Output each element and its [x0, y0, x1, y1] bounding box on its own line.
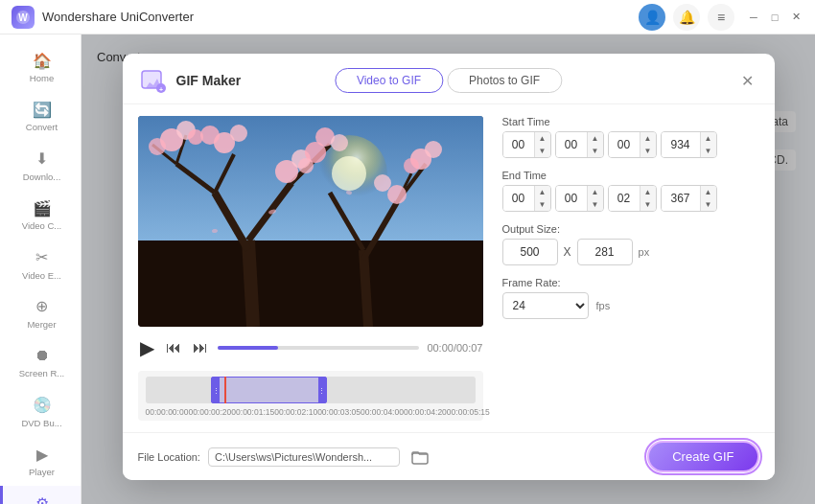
start-mm-up[interactable]: ▲ — [588, 132, 603, 145]
timeline-track[interactable]: ⋮ ⋮ — [146, 377, 476, 403]
start-mm-spinbox: ▲ ▼ — [555, 131, 604, 158]
download-icon: ⬇ — [32, 149, 53, 170]
sidebar-item-player[interactable]: ▶ Player — [0, 436, 81, 485]
toolbox-icon: ⚙ — [32, 493, 53, 504]
svg-point-37 — [298, 158, 314, 173]
start-mm-input[interactable] — [556, 132, 587, 157]
size-inputs: X px — [502, 239, 759, 265]
end-ss-up[interactable]: ▲ — [640, 186, 656, 198]
start-ms-input[interactable] — [662, 132, 700, 157]
sidebar-item-merger[interactable]: ⊕ Merger — [0, 288, 81, 337]
window-controls: ─ □ ✕ — [746, 10, 803, 25]
sidebar-item-video-compress[interactable]: 🎬 Video C... — [0, 190, 81, 239]
ts-6: 00:00:04:20 — [404, 407, 447, 417]
sidebar-item-home[interactable]: 🏠 Home — [0, 42, 81, 91]
sidebar-item-dvd-burn[interactable]: 💿 DVD Bu... — [0, 387, 81, 436]
start-hh-down[interactable]: ▼ — [535, 145, 550, 157]
end-hh-input[interactable] — [503, 186, 534, 211]
menu-icon-btn[interactable]: ≡ — [708, 4, 734, 31]
end-hh-up[interactable]: ▲ — [535, 186, 550, 198]
start-hh-input[interactable] — [503, 132, 534, 157]
play-button[interactable]: ▶ — [138, 334, 156, 361]
frame-rate-label: Frame Rate: — [502, 277, 759, 288]
next-frame-button[interactable]: ⏭ — [191, 337, 210, 358]
svg-line-11 — [248, 241, 253, 327]
end-mm-down[interactable]: ▼ — [588, 198, 603, 211]
width-input[interactable] — [502, 239, 558, 265]
timeline-handle-left[interactable]: ⋮ — [212, 378, 220, 402]
tab-photos-to-gif[interactable]: Photos to GIF — [447, 68, 562, 93]
end-ms-down[interactable]: ▼ — [701, 198, 716, 211]
sidebar-item-video-edit[interactable]: ✂ Video E... — [0, 240, 81, 288]
sidebar-item-player-label: Player — [29, 467, 55, 477]
modal-close-button[interactable]: ✕ — [735, 69, 758, 92]
end-ms-up[interactable]: ▲ — [701, 186, 716, 198]
ts-4: 00:00:03:05 — [317, 407, 361, 417]
merger-icon: ⊕ — [32, 296, 53, 317]
sidebar-item-dvd-label: DVD Bu... — [21, 418, 61, 428]
start-ms-spinbox: ▲ ▼ — [661, 131, 717, 158]
handle-dots-left: ⋮ — [213, 387, 220, 394]
start-ms-down[interactable]: ▼ — [701, 145, 716, 157]
ts-0: 00:00:00:00 — [146, 407, 189, 417]
end-ms-spinbox: ▲ ▼ — [661, 185, 717, 212]
ts-2: 00:00:01:15 — [231, 407, 274, 417]
ts-5: 00:00:04:00 — [361, 407, 404, 417]
prev-frame-button[interactable]: ⏮ — [164, 337, 183, 358]
progress-bar[interactable] — [218, 346, 420, 350]
file-location-input[interactable] — [208, 447, 400, 467]
user-icon-btn[interactable]: 👤 — [639, 4, 665, 31]
titlebar-actions: 👤 🔔 ≡ — [639, 4, 734, 31]
titlebar: W Wondershare UniConverter 👤 🔔 ≡ ─ □ ✕ — [0, 0, 815, 34]
height-input[interactable] — [577, 239, 633, 265]
timeline-handle-right[interactable]: ⋮ — [318, 378, 326, 402]
end-ss-spinbox: ▲ ▼ — [608, 185, 657, 212]
sidebar-item-sr-label: Screen R... — [19, 368, 65, 378]
size-x-label: X — [564, 245, 571, 259]
close-button[interactable]: ✕ — [788, 10, 803, 25]
timeline-selection[interactable]: ⋮ ⋮ — [211, 377, 326, 403]
modal-tabs: Video to GIF Photos to GIF — [335, 68, 562, 93]
content-area: Convert etadata CD. + GIF M — [82, 34, 815, 504]
end-ss-input[interactable] — [609, 186, 640, 211]
end-hh-down[interactable]: ▼ — [535, 198, 550, 211]
start-mm-down[interactable]: ▼ — [588, 145, 603, 157]
screen-rec-icon: ⏺ — [32, 345, 53, 366]
sidebar-item-toolbox[interactable]: ⚙ Toolbox — [0, 486, 81, 504]
end-ms-input[interactable] — [662, 186, 700, 211]
end-mm-up[interactable]: ▲ — [588, 186, 603, 198]
end-mm-arrows: ▲ ▼ — [587, 186, 603, 211]
video-frame — [138, 116, 483, 327]
file-location-label: File Location: — [138, 451, 200, 463]
fps-select[interactable]: 12 16 20 24 30 — [502, 292, 589, 319]
browse-folder-button[interactable] — [408, 445, 432, 470]
app-logo: W — [12, 6, 35, 29]
tab-video-to-gif[interactable]: Video to GIF — [335, 68, 443, 93]
sidebar-item-download[interactable]: ⬇ Downlo... — [0, 141, 81, 190]
bell-icon-btn[interactable]: 🔔 — [673, 4, 700, 31]
handle-dots-right: ⋮ — [318, 387, 325, 394]
start-time-inputs: ▲ ▼ ▲ ▼ — [502, 131, 759, 158]
svg-point-30 — [230, 125, 247, 142]
sidebar-item-screen-rec[interactable]: ⏺ Screen R... — [0, 337, 81, 386]
sidebar-item-convert[interactable]: 🔄 Convert — [0, 91, 81, 140]
fps-row: 12 16 20 24 30 fps — [502, 292, 759, 319]
end-mm-input[interactable] — [556, 186, 587, 211]
timeline-timestamps: 00:00:00:00 00:00:00:20 00:00:01:15 00:0… — [142, 407, 479, 417]
main-layout: 🏠 Home 🔄 Convert ⬇ Downlo... 🎬 Video C..… — [0, 34, 815, 504]
start-ss-up[interactable]: ▲ — [640, 132, 656, 145]
end-mm-spinbox: ▲ ▼ — [555, 185, 604, 212]
start-ms-up[interactable]: ▲ — [701, 132, 716, 145]
start-ss-down[interactable]: ▼ — [640, 145, 656, 157]
end-ss-arrows: ▲ ▼ — [640, 186, 656, 211]
timeline-playhead[interactable] — [224, 377, 226, 403]
create-gif-button[interactable]: Create GIF — [647, 441, 758, 472]
app-title: Wondershare UniConverter — [42, 10, 639, 24]
end-ss-down[interactable]: ▼ — [640, 198, 656, 211]
start-hh-up[interactable]: ▲ — [535, 132, 550, 145]
maximize-button[interactable]: □ — [767, 10, 782, 25]
modal-header: + GIF Maker Video to GIF Photos to GIF ✕ — [123, 54, 775, 104]
end-ms-arrows: ▲ ▼ — [700, 186, 716, 211]
start-ss-input[interactable] — [609, 132, 640, 157]
minimize-button[interactable]: ─ — [746, 10, 761, 25]
